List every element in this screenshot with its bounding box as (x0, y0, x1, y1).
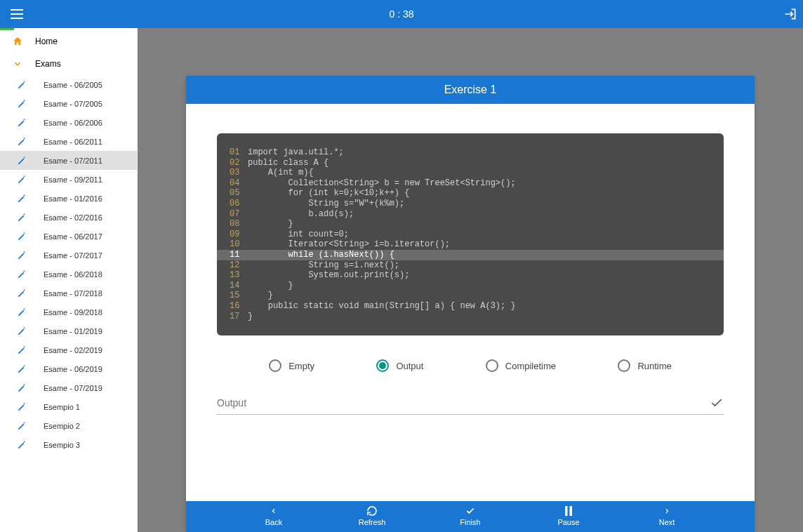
sidebar-item-exam[interactable]: Esame - 07/2005 (0, 94, 137, 113)
code-line: 16 public static void main(String[] a) {… (217, 301, 724, 312)
output-input[interactable] (217, 397, 710, 408)
sidebar-item-exam[interactable]: Esame - 07/2019 (0, 378, 137, 397)
button-label: Next (659, 518, 675, 526)
sidebar-item-exam[interactable]: Esame - 06/2019 (0, 359, 137, 378)
pencil-icon (14, 118, 29, 128)
sidebar-item-exam[interactable]: Esame - 02/2016 (0, 208, 137, 227)
sidebar-item-exam[interactable]: Esame - 07/2017 (0, 246, 137, 265)
sidebar-item-home[interactable]: Home (0, 30, 137, 53)
code-line: 09 int count=0; (217, 230, 724, 240)
sidebar-item-exam[interactable]: Esame - 01/2016 (0, 189, 137, 208)
pencil-icon (14, 421, 29, 431)
pause-button[interactable]: Pause (551, 505, 586, 526)
sidebar-item-exam[interactable]: Esame - 06/2018 (0, 265, 137, 284)
code-line: 03 A(int m){ (217, 168, 724, 178)
sidebar-item-exam[interactable]: Esame - 07/2011 (0, 151, 137, 170)
pencil-icon (14, 288, 29, 298)
sidebar-item-label: Home (35, 36, 58, 46)
home-icon (10, 36, 25, 47)
exit-icon (783, 7, 797, 21)
chevron-down-icon (10, 59, 25, 69)
pencil-icon (14, 99, 29, 109)
sidebar-item-label: Esame - 02/2016 (44, 213, 102, 222)
refresh-icon (366, 505, 378, 517)
code-line: 14 } (217, 281, 724, 291)
sidebar-item-label: Esame - 07/2005 (44, 100, 102, 108)
sidebar-item-exam[interactable]: Esame - 07/2018 (0, 284, 137, 302)
pencil-icon (14, 364, 29, 374)
chevron-left-icon (270, 505, 277, 517)
code-line: 17} (217, 312, 724, 322)
menu-button[interactable] (0, 9, 34, 19)
radio-circle-icon (486, 359, 498, 372)
button-label: Finish (460, 518, 480, 526)
finish-button[interactable]: Finish (453, 505, 488, 526)
top-bar: 0 : 38 (0, 0, 803, 28)
radio-option[interactable]: Runtime (618, 359, 671, 372)
radio-option[interactable]: Empty (269, 359, 314, 372)
radio-circle-icon (618, 359, 630, 372)
radio-option[interactable]: Output (376, 359, 423, 372)
exercise-title: Exercise 1 (186, 76, 755, 104)
button-label: Pause (557, 518, 579, 526)
sidebar-item-exam[interactable]: Esempio 1 (0, 397, 137, 416)
sidebar-item-exam[interactable]: Esame - 06/2011 (0, 132, 137, 151)
sidebar-item-label: Esame - 01/2019 (44, 327, 102, 335)
pencil-icon (14, 440, 29, 450)
sidebar-item-exams[interactable]: Exams (0, 53, 137, 75)
sidebar-item-label: Esame - 06/2006 (44, 119, 102, 127)
sidebar-item-label: Esame - 06/2019 (44, 365, 102, 373)
pencil-icon (14, 80, 29, 90)
sidebar-item-label: Esame - 06/2011 (44, 138, 102, 146)
check-icon (710, 396, 724, 410)
sidebar-item-exam[interactable]: Esame - 09/2011 (0, 170, 137, 189)
answer-options: EmptyOutputCompiletimeRuntime (217, 359, 724, 372)
button-label: Refresh (359, 518, 386, 526)
timer: 0 : 38 (389, 8, 413, 20)
svg-rect-0 (565, 506, 568, 516)
pencil-icon (14, 175, 29, 185)
sidebar-item-label: Esame - 06/2017 (44, 232, 102, 241)
sidebar-item-label: Esame - 07/2018 (44, 289, 102, 298)
chevron-right-icon (663, 505, 670, 517)
sidebar-item-exam[interactable]: Esame - 09/2018 (0, 302, 137, 321)
pause-icon (564, 505, 573, 517)
next-button[interactable]: Next (649, 505, 684, 526)
code-line: 10 Iterator<String> i=b.iterator(); (217, 239, 724, 250)
sidebar-item-exam[interactable]: Esame - 06/2017 (0, 227, 137, 246)
sidebar-item-exam[interactable]: Esame - 01/2019 (0, 321, 137, 340)
code-line: 01import java.util.*; (217, 147, 724, 158)
pencil-icon (14, 402, 29, 412)
sidebar-item-label: Esame - 07/2011 (44, 157, 102, 165)
sidebar-item-label: Esempio 3 (44, 441, 80, 449)
code-block: 01import java.util.*;02public class A {0… (217, 133, 724, 335)
pencil-icon (14, 345, 29, 355)
sidebar-item-label: Esame - 02/2019 (44, 346, 102, 354)
pencil-icon (14, 137, 29, 147)
sidebar-item-label: Esempio 1 (44, 403, 80, 411)
sidebar-item-exam[interactable]: Esame - 02/2019 (0, 340, 137, 359)
sidebar-item-exam[interactable]: Esempio 2 (0, 416, 137, 435)
refresh-button[interactable]: Refresh (354, 505, 390, 526)
pencil-icon (14, 232, 29, 241)
sidebar-item-label: Esame - 01/2016 (44, 194, 102, 203)
radio-option[interactable]: Compiletime (486, 359, 556, 372)
radio-label: Empty (288, 361, 314, 371)
sidebar-item-exam[interactable]: Esame - 06/2005 (0, 75, 137, 94)
code-line: 05 for (int k=0;k<10;k++) { (217, 188, 724, 199)
sidebar-item-exam[interactable]: Esempio 3 (0, 435, 137, 454)
sidebar-item-label: Esame - 09/2018 (44, 308, 102, 317)
code-line: 02public class A { (217, 158, 724, 168)
pencil-icon (14, 213, 29, 222)
button-label: Back (265, 518, 282, 526)
back-button[interactable]: Back (256, 505, 291, 526)
sidebar-item-exam[interactable]: Esame - 06/2006 (0, 113, 137, 132)
radio-circle-icon (269, 359, 281, 372)
svg-rect-1 (570, 506, 573, 516)
submit-check[interactable] (710, 396, 724, 410)
radio-label: Output (396, 361, 423, 371)
exit-button[interactable] (783, 7, 797, 21)
sidebar: Home Exams Esame - 06/2005Esame - 07/200… (0, 28, 138, 532)
sidebar-item-label: Esame - 06/2005 (44, 81, 102, 89)
code-line: 07 b.add(s); (217, 209, 724, 220)
